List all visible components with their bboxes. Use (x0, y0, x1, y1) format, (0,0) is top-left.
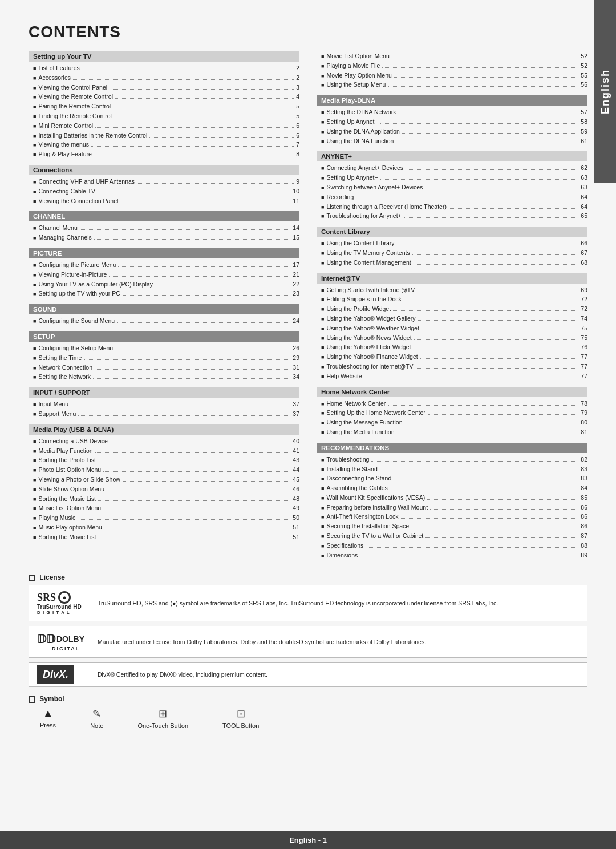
toc-item: ■Setting the Network34 (29, 372, 299, 382)
toc-item-text: Using the Media Function (326, 427, 394, 437)
toc-page-number: 86 (581, 521, 587, 531)
bullet-icon: ■ (321, 494, 324, 502)
bullet-icon: ■ (33, 103, 36, 111)
footer-bar: English - 1 (0, 831, 616, 849)
toc-dots (396, 143, 578, 143)
toc-dots (404, 301, 579, 301)
bullet-icon: ■ (33, 317, 36, 325)
toc-page-number: 2 (296, 73, 299, 83)
toc-page-number: 83 (581, 464, 587, 474)
toc-section: PICTURE■Configuring the Picture Menu17■V… (29, 248, 299, 298)
toc-item-text: Using the Yahoo® Widget Gallery (326, 314, 415, 324)
toc-page-number: 69 (581, 285, 587, 295)
toc-item-text: Movie List Option Menu (326, 51, 389, 61)
toc-item-text: Viewing a Photo or Slide Show (38, 475, 120, 484)
toc-item-text: Viewing Picture-in-Picture (38, 270, 107, 280)
toc-dots (404, 217, 579, 218)
toc-dots (380, 471, 579, 471)
dolby-text: DOLBY (56, 634, 84, 644)
toc-page-number: 78 (581, 399, 587, 409)
toc-page-number: 77 (581, 371, 587, 381)
toc-item: ■Using the Media Function81 (317, 427, 587, 437)
bullet-icon: ■ (321, 62, 324, 70)
bullet-icon: ■ (33, 354, 36, 362)
toc-item: ■Setting up the TV with your PC23 (29, 289, 299, 298)
toc-item: ■Slide Show Option Menu46 (29, 484, 299, 494)
toc-page-number: 75 (581, 324, 587, 333)
toc-item: ■Accessories2 (29, 73, 299, 83)
toc-item: ■Connecting a USB Device40 (29, 436, 299, 446)
toc-dots (397, 434, 579, 434)
toc-dots (394, 480, 578, 480)
toc-page-number: 59 (581, 127, 587, 136)
toc-dots (149, 137, 294, 138)
toc-section: SOUND■Configuring the Sound Menu24 (29, 304, 299, 326)
toc-page-number: 5 (296, 111, 299, 121)
toc-dots (414, 264, 579, 265)
bullet-icon: ■ (321, 212, 324, 220)
toc-page-number: 37 (293, 409, 299, 419)
bullet-icon: ■ (321, 334, 324, 342)
toc-page-number: 41 (293, 446, 299, 456)
toc-page-number: 58 (581, 117, 587, 127)
toc-item-text: Music List Option Menu (38, 503, 101, 513)
bullet-icon: ■ (321, 259, 324, 267)
toc-item-text: Setting Up Anynet+ (326, 173, 378, 183)
bullet-icon: ■ (321, 513, 324, 521)
toc-section: Setting up Your TV■List of Features2■Acc… (29, 51, 299, 159)
toc-item: ■Disconnecting the Stand83 (317, 474, 587, 483)
toc-item-text: Using the Content Library (326, 238, 394, 248)
toc-section: ANYNET+■Connecting Anynet+ Devices62■Set… (317, 151, 587, 221)
toc-item: ■Pairing the Remote Control5 (29, 102, 299, 111)
toc-item-text: Installing the Stand (326, 464, 377, 474)
toc-section: Home Network Center■Home Network Center7… (317, 387, 587, 437)
toc-page-number: 72 (581, 304, 587, 314)
section-header: SOUND (29, 304, 299, 314)
bullet-icon: ■ (321, 184, 324, 192)
toc-page-number: 46 (293, 484, 299, 494)
toc-item-text: Finding the Remote Control (38, 111, 111, 121)
bullet-icon: ■ (33, 261, 36, 269)
toc-dots (402, 133, 578, 134)
toc-item: ■Listening through a Receiver (Home Thea… (317, 202, 587, 212)
section-header: Media Play (USB & DLNA) (29, 424, 299, 435)
toc-dots (417, 292, 578, 292)
toc-page-number: 63 (581, 173, 587, 183)
toc-item: ■Using Your TV as a Computer (PC) Displa… (29, 280, 299, 289)
toc-dots (93, 378, 290, 379)
toc-item: ■Help Website77 (317, 371, 587, 381)
toc-item: ■Connecting Cable TV10 (29, 187, 299, 196)
toc-item-text: Slide Show Option Menu (38, 484, 104, 494)
toc-dots (123, 481, 290, 482)
toc-item: ■Plug & Play Feature8 (29, 149, 299, 159)
toc-item: ■Using the Content Management68 (317, 258, 587, 268)
dolby-dd-icon: 𝔻𝔻 (37, 632, 55, 646)
section-header: INPUT / SUPPORT (29, 387, 299, 398)
bullet-icon: ■ (321, 400, 324, 408)
toc-item: ■Troubleshooting for internet@TV77 (317, 362, 587, 371)
toc-item: ■Connecting VHF and UHF Antennas9 (29, 177, 299, 187)
toc-page-number: 52 (581, 51, 587, 61)
symbol-icon: ⊞ (159, 708, 167, 720)
toc-page-number: 49 (293, 503, 299, 513)
bullet-icon: ■ (33, 486, 36, 494)
toc-page-number: 24 (293, 316, 299, 326)
toc-dots (388, 405, 578, 406)
bullet-icon: ■ (33, 514, 36, 522)
toc-dots (94, 239, 290, 240)
toc-dots (95, 127, 294, 128)
symbol-item: ⊞One-Touch Button (137, 708, 188, 729)
toc-item: ■Network Connection31 (29, 363, 299, 373)
toc-item-text: Sorting the Music List (38, 494, 95, 504)
toc-item: ■Using the Setup Menu56 (317, 80, 587, 90)
toc-item: ■Anti-Theft Kensington Lock86 (317, 512, 587, 521)
toc-item: ■Setting Up the Home Network Center79 (317, 408, 587, 418)
toc-page-number: 76 (581, 342, 587, 352)
toc-item-text: Playing Music (38, 513, 75, 523)
toc-dots (430, 509, 578, 510)
toc-dots (71, 406, 290, 406)
toc-dots (91, 146, 294, 147)
bullet-icon: ■ (33, 93, 36, 101)
toc-page-number: 2 (296, 63, 299, 73)
toc-item-text: Managing Channels (38, 233, 91, 242)
